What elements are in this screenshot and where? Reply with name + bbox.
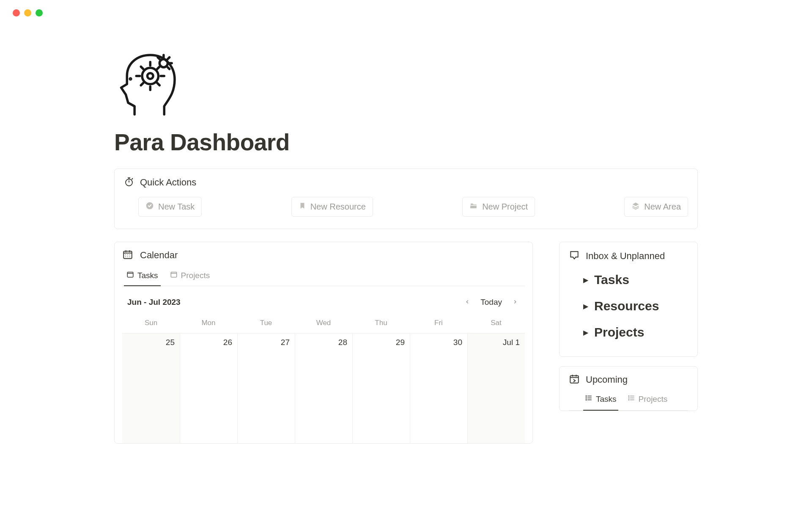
svg-rect-35 [127, 272, 133, 277]
today-button[interactable]: Today [480, 298, 502, 307]
calendar-cell[interactable]: 29 [352, 333, 410, 443]
svg-point-48 [586, 400, 587, 400]
svg-point-46 [586, 396, 587, 397]
svg-point-16 [130, 78, 131, 80]
upcoming-card: Upcoming Tasks Projects [559, 366, 698, 411]
check-circle-icon [145, 202, 154, 212]
calendar-icon [122, 249, 133, 262]
layers-icon [631, 202, 640, 212]
quick-actions-card: Quick Actions New Task New Resource [114, 168, 698, 229]
svg-point-47 [586, 398, 587, 398]
inbox-toggle-tasks[interactable]: ▶ Tasks [569, 267, 688, 293]
calendar-small-icon [170, 271, 178, 280]
dow-wed: Wed [295, 315, 352, 333]
inbox-title: Inbox & Unplanned [586, 251, 665, 262]
page-title: Para Dashboard [114, 129, 698, 156]
calendar-days-row: 25 26 27 28 29 30 Jul 1 [122, 333, 525, 443]
head-gear-icon [114, 50, 698, 122]
dow-tue: Tue [237, 315, 295, 333]
tab-tasks-label: Tasks [137, 271, 158, 280]
calendar-forward-icon [569, 373, 580, 386]
prev-month-button[interactable] [463, 297, 472, 307]
upcoming-title: Upcoming [586, 374, 628, 385]
caret-right-icon: ▶ [583, 276, 588, 284]
svg-line-7 [141, 83, 143, 86]
upcoming-tab-projects-label: Projects [639, 395, 668, 404]
list-icon [628, 394, 635, 404]
svg-point-54 [628, 400, 629, 400]
upcoming-tab-projects[interactable]: Projects [626, 391, 669, 411]
bookmark-icon [299, 202, 306, 212]
list-icon [585, 394, 593, 404]
close-window-icon[interactable] [13, 9, 20, 17]
dow-thu: Thu [352, 315, 410, 333]
dow-mon: Mon [180, 315, 237, 333]
tab-projects-label: Projects [181, 271, 210, 280]
dow-sat: Sat [467, 315, 525, 333]
calendar-cell[interactable]: 25 [122, 333, 180, 443]
svg-line-13 [168, 58, 170, 59]
svg-line-15 [158, 58, 159, 59]
upcoming-tab-tasks[interactable]: Tasks [583, 391, 618, 411]
calendar-card: Calendar Tasks Projects Jun - Jul 20 [114, 242, 533, 444]
svg-point-1 [147, 73, 153, 79]
svg-rect-37 [171, 272, 177, 277]
svg-line-8 [157, 83, 160, 86]
caret-right-icon: ▶ [583, 329, 588, 337]
tab-tasks[interactable]: Tasks [124, 267, 161, 286]
inbox-projects-label: Projects [594, 325, 644, 340]
calendar-dow-row: Sun Mon Tue Wed Thu Fri Sat [122, 315, 525, 333]
svg-point-0 [142, 68, 159, 84]
calendar-small-icon [126, 271, 134, 280]
svg-line-6 [157, 67, 160, 69]
quick-actions-title: Quick Actions [140, 177, 196, 188]
svg-point-52 [628, 396, 629, 397]
svg-point-10 [159, 59, 167, 67]
svg-line-14 [168, 67, 170, 69]
tab-projects[interactable]: Projects [167, 267, 213, 286]
caret-right-icon: ▶ [583, 302, 588, 310]
new-project-button[interactable]: New Project [462, 197, 535, 217]
calendar-cell[interactable]: 27 [237, 333, 295, 443]
window-controls [0, 0, 812, 17]
inbox-card: Inbox & Unplanned ▶ Tasks ▶ Resources ▶ … [559, 242, 698, 357]
new-area-button[interactable]: New Area [624, 197, 688, 217]
inbox-tasks-label: Tasks [594, 273, 629, 287]
svg-rect-24 [471, 205, 477, 206]
folder-icon [469, 202, 478, 212]
calendar-cell[interactable]: Jul 1 [467, 333, 525, 443]
new-task-button[interactable]: New Task [138, 197, 202, 217]
minimize-window-icon[interactable] [24, 9, 31, 17]
svg-line-9 [141, 67, 143, 69]
inbox-resources-label: Resources [594, 299, 659, 313]
maximize-window-icon[interactable] [36, 9, 43, 17]
new-task-label: New Task [158, 202, 195, 212]
new-area-label: New Area [644, 202, 681, 212]
next-month-button[interactable] [510, 297, 520, 307]
calendar-cell[interactable]: 28 [295, 333, 352, 443]
inbox-icon [569, 250, 580, 262]
svg-point-53 [628, 398, 629, 398]
new-resource-button[interactable]: New Resource [291, 197, 373, 217]
calendar-month-label: Jun - Jul 2023 [127, 298, 181, 307]
inbox-toggle-resources[interactable]: ▶ Resources [569, 293, 688, 319]
calendar-title: Calendar [140, 250, 178, 261]
svg-line-22 [132, 179, 133, 179]
calendar-cell[interactable]: 26 [180, 333, 237, 443]
dow-fri: Fri [410, 315, 467, 333]
stopwatch-icon [124, 177, 134, 188]
new-resource-label: New Resource [310, 202, 366, 212]
calendar-cell[interactable]: 30 [410, 333, 467, 443]
dow-sun: Sun [122, 315, 180, 333]
new-project-label: New Project [482, 202, 528, 212]
calendar-tabs: Tasks Projects [122, 267, 525, 286]
upcoming-tab-tasks-label: Tasks [596, 395, 617, 404]
upcoming-tabs: Tasks Projects [569, 390, 688, 411]
inbox-toggle-projects[interactable]: ▶ Projects [569, 319, 688, 345]
